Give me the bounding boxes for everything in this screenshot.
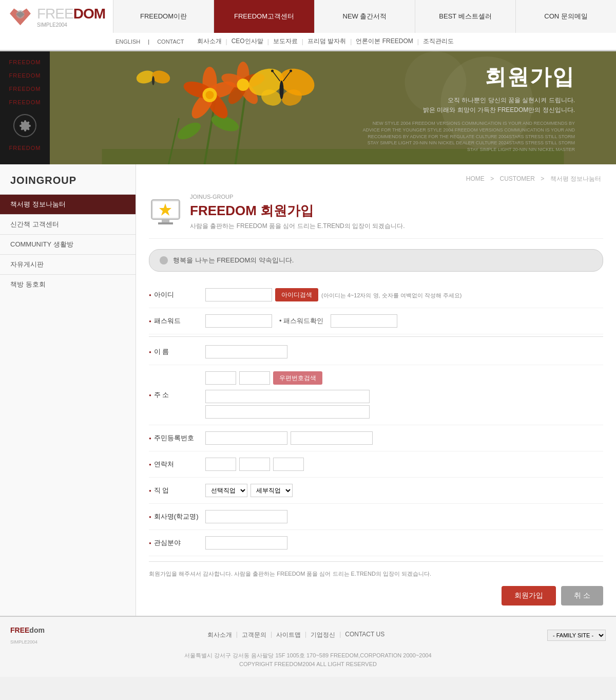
notice-circle-icon (160, 256, 168, 264)
input-company[interactable] (205, 510, 287, 523)
svg-point-23 (237, 79, 249, 91)
btn-cancel[interactable]: 취 소 (561, 586, 603, 606)
subnav-history[interactable]: 프리덤 발자취 (307, 37, 346, 46)
footer-links: 회사소개 | 고객문의 | 사이트맵 | 기업정신 | CONTACT US (207, 631, 384, 639)
logo-sub: SIMPLE2004 (37, 22, 105, 28)
controls-password: • 패스워드확인 (205, 314, 603, 328)
form-row-idnumber: 주민등록번호 (149, 425, 603, 451)
label-idnumber: 주민등록번호 (149, 433, 205, 443)
input-phone2[interactable] (239, 458, 270, 471)
footer-link-about[interactable]: 회사소개 (207, 631, 232, 639)
sub-nav-links: 회사소개 | CEO인사말 | 보도자료 | 프리덤 발자취 | 언론이본 FR… (197, 37, 454, 46)
input-interest[interactable] (205, 536, 287, 550)
lang-links: ENGLISH | CONTACT (113, 39, 187, 45)
sidebar-menu: 책서평 정보나눔터 신간책 고객센터 COMMUNITY 생활방 자유게시판 책… (0, 194, 136, 294)
input-idnumber2[interactable] (291, 431, 373, 445)
label-password: 패스워드 (149, 316, 205, 326)
form-row-job: 직 업 선택직업 세부직업 (149, 478, 603, 504)
form-row-company: 회사명(학교명) (149, 504, 603, 530)
page-header-group: JOINUS-GROUP (190, 194, 405, 200)
nav-tab-new[interactable]: NEW 출간서적 (314, 0, 415, 33)
btn-id-search[interactable]: 아이디검색 (275, 288, 318, 301)
banner-desc: 오직 하나뿐인 당신의 꿈을 실현시켜 드립니다. 밝은 미래와 희망이 가득찬… (359, 96, 575, 115)
form-row-password: 패스워드 • 패스워드확인 (149, 308, 603, 334)
lang-english[interactable]: ENGLISH (113, 39, 143, 45)
btn-zipcode-search[interactable]: 우편번호검색 (273, 371, 322, 385)
family-site-select[interactable]: - FAMILY SITE - (547, 630, 606, 641)
sidebar-item-freeboard[interactable]: 자유게시판 (0, 254, 136, 274)
notice-text: 행복을 나누는 FREEDOM의 약속입니다. (173, 256, 294, 265)
banner: 회원가입 오직 하나뿐인 당신의 꿈을 실현시켜 드립니다. 밝은 미래와 희망… (50, 51, 616, 164)
page-header: JOINUS-GROUP FREEDOM 회원가입 사람을 출판하는 FREED… (149, 194, 603, 239)
input-phone1[interactable] (205, 458, 236, 471)
controls-name (205, 345, 603, 358)
svg-point-9 (175, 119, 203, 143)
side-dark-bar: FREEDOM FREEDOM FREEDOM FREEDOM FREEDOM (0, 51, 50, 164)
side-dark-item-4: FREEDOM (9, 97, 41, 108)
notice-bar: 행복을 나누는 FREEDOM의 약속입니다. (149, 249, 603, 272)
subnav-media[interactable]: 언론이본 FREEDOM (356, 37, 413, 46)
input-zipcode2[interactable] (239, 371, 270, 385)
footer-link-customer[interactable]: 고객문의 (242, 631, 266, 639)
side-dark-item-1: FREEDOM (9, 56, 41, 68)
input-password[interactable] (205, 314, 272, 328)
input-zipcode1[interactable] (205, 371, 236, 385)
label-job: 직 업 (149, 486, 205, 495)
svg-rect-40 (158, 222, 173, 224)
content-area: HOME > CUSTOMER > 책서평 정보나눔터 JOINUS-G (136, 164, 616, 616)
controls-idnumber (205, 431, 603, 445)
footer-link-corp[interactable]: 기업정신 (311, 631, 335, 639)
form-row-id: 아이디 아이디검색 (아이디는 4~12자의 영, 숫자를 여백없이 작성해 주… (149, 282, 603, 308)
input-name[interactable] (205, 345, 287, 358)
password-confirm-label: • 패스워드확인 (279, 316, 323, 326)
id-hint: (아이디는 4~12자의 영, 숫자를 여백없이 작성해 주세요) (321, 292, 462, 299)
footer-link-sitemap[interactable]: 사이트맵 (276, 631, 301, 639)
footer: FREEdom SIMPLE2004 회사소개 | 고객문의 | 사이트맵 | … (0, 616, 616, 677)
controls-id: 아이디검색 (아이디는 4~12자의 영, 숫자를 여백없이 작성해 주세요) (205, 288, 603, 301)
sidebar: JOINGROUP 책서평 정보나눔터 신간책 고객센터 COMMUNITY 생… (0, 164, 136, 616)
footer-link-contact[interactable]: CONTACT US (345, 631, 384, 639)
side-dark-item-2: FREEDOM (9, 70, 41, 81)
nav-tab-about[interactable]: FREEDOM이란 (113, 0, 214, 33)
header: FREEDOM SIMPLE2004 FREEDOM이란 FREEDOM고객센터… (0, 0, 616, 51)
btn-join[interactable]: 회원가입 (502, 586, 556, 606)
footer-top: FREEdom SIMPLE2004 회사소개 | 고객문의 | 사이트맵 | … (10, 625, 606, 646)
input-address2[interactable] (205, 405, 370, 419)
sidebar-item-bookclub[interactable]: 책서평 정보나눔터 (0, 194, 136, 214)
footer-logo: FREEdom SIMPLE2004 (10, 625, 45, 646)
form-actions: 회원가입 취 소 (149, 586, 603, 606)
input-idnumber1[interactable] (205, 431, 287, 445)
nav-tab-contact[interactable]: CON 문의메일 (515, 0, 616, 33)
nav-tab-customer[interactable]: FREEDOM고객센터 (214, 0, 314, 33)
sidebar-item-bookclub2[interactable]: 책방 동호회 (0, 274, 136, 294)
select-job-sub[interactable]: 세부직업 (251, 484, 293, 497)
input-phone3[interactable] (273, 458, 304, 471)
side-dark-item-3: FREEDOM (9, 83, 41, 94)
input-password-confirm[interactable] (331, 314, 397, 328)
controls-phone (205, 458, 603, 471)
controls-job: 선택직업 세부직업 (205, 484, 603, 497)
page-title: FREEDOM 회원가입 (190, 202, 405, 220)
input-id[interactable] (205, 288, 272, 301)
svg-point-35 (152, 76, 155, 85)
body-banner-wrapper: FREEDOM FREEDOM FREEDOM FREEDOM FREEDOM (0, 51, 616, 164)
controls-interest (205, 536, 603, 550)
logo-icon (8, 5, 33, 28)
page-header-icon (149, 196, 182, 229)
sidebar-item-community[interactable]: COMMUNITY 생활방 (0, 234, 136, 254)
subnav-org[interactable]: 조직관리도 (423, 37, 454, 46)
input-address1[interactable] (205, 390, 370, 403)
form-row-interest: 관심분야 (149, 530, 603, 556)
lang-contact[interactable]: CONTACT (155, 39, 186, 45)
svg-point-31 (271, 70, 274, 72)
subnav-company[interactable]: 회사소개 (197, 37, 222, 46)
nav-tab-best[interactable]: BEST 베스트셀러 (415, 0, 515, 33)
subnav-ceo[interactable]: CEO인사말 (232, 37, 263, 46)
header-top: FREEDOM SIMPLE2004 FREEDOM이란 FREEDOM고객센터… (0, 0, 616, 33)
breadcrumb: HOME > CUSTOMER > 책서평 정보나눔터 (149, 175, 603, 183)
settings-icon[interactable] (13, 114, 36, 137)
sidebar-item-newcustomer[interactable]: 신간책 고객센터 (0, 214, 136, 234)
select-job-main[interactable]: 선택직업 (205, 484, 247, 497)
label-phone: 연락처 (149, 460, 205, 469)
subnav-press[interactable]: 보도자료 (273, 37, 298, 46)
